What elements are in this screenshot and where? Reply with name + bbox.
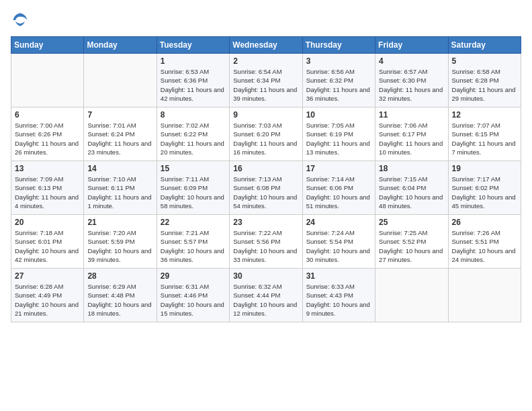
day-info: Sunrise: 7:03 AM Sunset: 6:20 PM Dayligh… bbox=[233, 121, 298, 156]
day-number: 22 bbox=[161, 218, 226, 227]
calendar-cell: 27Sunrise: 6:28 AM Sunset: 4:49 PM Dayli… bbox=[11, 269, 84, 322]
calendar-cell: 9Sunrise: 7:03 AM Sunset: 6:20 PM Daylig… bbox=[230, 107, 302, 161]
day-info: Sunrise: 6:53 AM Sunset: 6:36 PM Dayligh… bbox=[161, 67, 226, 103]
day-info: Sunrise: 6:56 AM Sunset: 6:32 PM Dayligh… bbox=[306, 67, 371, 103]
day-info: Sunrise: 7:18 AM Sunset: 6:01 PM Dayligh… bbox=[15, 228, 80, 264]
calendar-cell: 21Sunrise: 7:20 AM Sunset: 5:59 PM Dayli… bbox=[84, 215, 157, 269]
page-header bbox=[11, 11, 521, 30]
day-number: 30 bbox=[233, 271, 298, 281]
day-info: Sunrise: 7:22 AM Sunset: 5:56 PM Dayligh… bbox=[233, 228, 298, 264]
day-info: Sunrise: 7:07 AM Sunset: 6:15 PM Dayligh… bbox=[452, 121, 517, 156]
day-number: 11 bbox=[379, 110, 444, 120]
week-row-3: 13Sunrise: 7:09 AM Sunset: 6:13 PM Dayli… bbox=[11, 161, 521, 215]
calendar-cell bbox=[448, 269, 521, 322]
day-info: Sunrise: 7:14 AM Sunset: 6:06 PM Dayligh… bbox=[306, 175, 371, 210]
day-header-tuesday: Tuesday bbox=[157, 37, 229, 54]
calendar-cell: 24Sunrise: 7:24 AM Sunset: 5:54 PM Dayli… bbox=[302, 215, 375, 269]
day-header-saturday: Saturday bbox=[448, 37, 521, 54]
day-number: 8 bbox=[161, 110, 226, 120]
day-header-sunday: Sunday bbox=[11, 37, 84, 54]
calendar-cell: 10Sunrise: 7:05 AM Sunset: 6:19 PM Dayli… bbox=[302, 107, 375, 161]
day-number: 17 bbox=[306, 164, 371, 173]
calendar-table: SundayMondayTuesdayWednesdayThursdayFrid… bbox=[11, 36, 521, 322]
day-info: Sunrise: 6:29 AM Sunset: 4:48 PM Dayligh… bbox=[87, 282, 152, 318]
week-row-5: 27Sunrise: 6:28 AM Sunset: 4:49 PM Dayli… bbox=[11, 269, 521, 322]
week-row-1: 1Sunrise: 6:53 AM Sunset: 6:36 PM Daylig… bbox=[11, 54, 521, 107]
day-number: 23 bbox=[233, 218, 298, 227]
day-info: Sunrise: 6:31 AM Sunset: 4:46 PM Dayligh… bbox=[161, 282, 226, 318]
day-header-thursday: Thursday bbox=[302, 37, 375, 54]
day-number: 7 bbox=[87, 110, 152, 120]
calendar-cell: 20Sunrise: 7:18 AM Sunset: 6:01 PM Dayli… bbox=[11, 215, 84, 269]
day-info: Sunrise: 6:28 AM Sunset: 4:49 PM Dayligh… bbox=[15, 282, 80, 318]
day-info: Sunrise: 7:09 AM Sunset: 6:13 PM Dayligh… bbox=[15, 175, 80, 210]
day-number: 24 bbox=[306, 218, 371, 227]
day-info: Sunrise: 7:17 AM Sunset: 6:02 PM Dayligh… bbox=[452, 175, 517, 210]
day-info: Sunrise: 7:26 AM Sunset: 5:51 PM Dayligh… bbox=[452, 228, 517, 264]
calendar-cell: 2Sunrise: 6:54 AM Sunset: 6:34 PM Daylig… bbox=[230, 54, 302, 107]
calendar-cell: 6Sunrise: 7:00 AM Sunset: 6:26 PM Daylig… bbox=[11, 107, 84, 161]
logo-icon bbox=[11, 11, 30, 30]
day-number: 6 bbox=[15, 110, 80, 120]
day-number: 27 bbox=[15, 271, 80, 281]
day-info: Sunrise: 7:06 AM Sunset: 6:17 PM Dayligh… bbox=[379, 121, 444, 156]
calendar-cell bbox=[11, 54, 84, 107]
week-row-2: 6Sunrise: 7:00 AM Sunset: 6:26 PM Daylig… bbox=[11, 107, 521, 161]
calendar-cell: 22Sunrise: 7:21 AM Sunset: 5:57 PM Dayli… bbox=[157, 215, 229, 269]
logo bbox=[11, 11, 32, 30]
day-info: Sunrise: 7:24 AM Sunset: 5:54 PM Dayligh… bbox=[306, 228, 371, 264]
day-number: 31 bbox=[306, 271, 371, 281]
calendar-header-row: SundayMondayTuesdayWednesdayThursdayFrid… bbox=[11, 37, 521, 54]
calendar-cell: 26Sunrise: 7:26 AM Sunset: 5:51 PM Dayli… bbox=[448, 215, 521, 269]
calendar-cell: 30Sunrise: 6:32 AM Sunset: 4:44 PM Dayli… bbox=[230, 269, 302, 322]
calendar-cell: 13Sunrise: 7:09 AM Sunset: 6:13 PM Dayli… bbox=[11, 161, 84, 215]
day-number: 29 bbox=[161, 271, 226, 281]
calendar-cell: 12Sunrise: 7:07 AM Sunset: 6:15 PM Dayli… bbox=[448, 107, 521, 161]
day-number: 10 bbox=[306, 110, 371, 120]
day-number: 1 bbox=[161, 56, 226, 66]
day-info: Sunrise: 7:25 AM Sunset: 5:52 PM Dayligh… bbox=[379, 228, 444, 264]
calendar-cell: 29Sunrise: 6:31 AM Sunset: 4:46 PM Dayli… bbox=[157, 269, 229, 322]
day-number: 15 bbox=[161, 164, 226, 173]
calendar-cell: 4Sunrise: 6:57 AM Sunset: 6:30 PM Daylig… bbox=[375, 54, 448, 107]
day-info: Sunrise: 6:57 AM Sunset: 6:30 PM Dayligh… bbox=[379, 67, 444, 103]
day-info: Sunrise: 7:01 AM Sunset: 6:24 PM Dayligh… bbox=[87, 121, 152, 156]
day-info: Sunrise: 7:10 AM Sunset: 6:11 PM Dayligh… bbox=[87, 175, 152, 210]
calendar-cell: 17Sunrise: 7:14 AM Sunset: 6:06 PM Dayli… bbox=[302, 161, 375, 215]
day-info: Sunrise: 6:54 AM Sunset: 6:34 PM Dayligh… bbox=[233, 67, 298, 103]
day-number: 28 bbox=[87, 271, 152, 281]
day-number: 5 bbox=[452, 56, 517, 66]
day-number: 21 bbox=[87, 218, 152, 227]
calendar-cell: 7Sunrise: 7:01 AM Sunset: 6:24 PM Daylig… bbox=[84, 107, 157, 161]
day-number: 14 bbox=[87, 164, 152, 173]
calendar-cell: 19Sunrise: 7:17 AM Sunset: 6:02 PM Dayli… bbox=[448, 161, 521, 215]
day-header-friday: Friday bbox=[375, 37, 448, 54]
day-info: Sunrise: 7:13 AM Sunset: 6:08 PM Dayligh… bbox=[233, 175, 298, 210]
calendar-cell bbox=[375, 269, 448, 322]
day-info: Sunrise: 6:32 AM Sunset: 4:44 PM Dayligh… bbox=[233, 282, 298, 318]
calendar-cell: 1Sunrise: 6:53 AM Sunset: 6:36 PM Daylig… bbox=[157, 54, 229, 107]
day-number: 26 bbox=[452, 218, 517, 227]
day-header-monday: Monday bbox=[84, 37, 157, 54]
day-info: Sunrise: 7:20 AM Sunset: 5:59 PM Dayligh… bbox=[87, 228, 152, 264]
day-number: 13 bbox=[15, 164, 80, 173]
day-info: Sunrise: 7:05 AM Sunset: 6:19 PM Dayligh… bbox=[306, 121, 371, 156]
day-number: 9 bbox=[233, 110, 298, 120]
calendar-cell: 14Sunrise: 7:10 AM Sunset: 6:11 PM Dayli… bbox=[84, 161, 157, 215]
day-number: 3 bbox=[306, 56, 371, 66]
calendar-cell bbox=[84, 54, 157, 107]
day-info: Sunrise: 7:00 AM Sunset: 6:26 PM Dayligh… bbox=[15, 121, 80, 156]
day-info: Sunrise: 7:15 AM Sunset: 6:04 PM Dayligh… bbox=[379, 175, 444, 210]
day-info: Sunrise: 7:11 AM Sunset: 6:09 PM Dayligh… bbox=[161, 175, 226, 210]
day-info: Sunrise: 7:02 AM Sunset: 6:22 PM Dayligh… bbox=[161, 121, 226, 156]
day-number: 19 bbox=[452, 164, 517, 173]
day-info: Sunrise: 6:58 AM Sunset: 6:28 PM Dayligh… bbox=[452, 67, 517, 103]
day-number: 12 bbox=[452, 110, 517, 120]
calendar-cell: 5Sunrise: 6:58 AM Sunset: 6:28 PM Daylig… bbox=[448, 54, 521, 107]
calendar-cell: 23Sunrise: 7:22 AM Sunset: 5:56 PM Dayli… bbox=[230, 215, 302, 269]
calendar-cell: 8Sunrise: 7:02 AM Sunset: 6:22 PM Daylig… bbox=[157, 107, 229, 161]
day-info: Sunrise: 7:21 AM Sunset: 5:57 PM Dayligh… bbox=[161, 228, 226, 264]
calendar-cell: 16Sunrise: 7:13 AM Sunset: 6:08 PM Dayli… bbox=[230, 161, 302, 215]
day-number: 4 bbox=[379, 56, 444, 66]
calendar-cell: 28Sunrise: 6:29 AM Sunset: 4:48 PM Dayli… bbox=[84, 269, 157, 322]
